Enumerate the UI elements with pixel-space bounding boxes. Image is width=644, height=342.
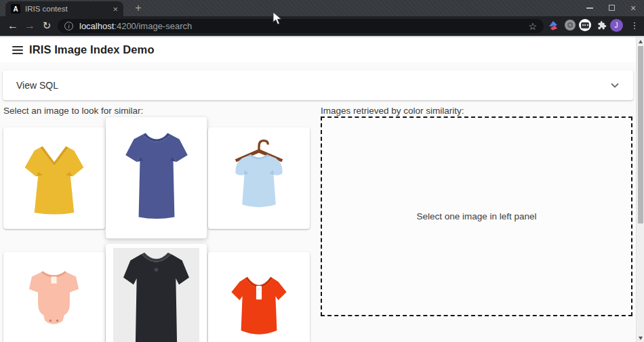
window-controls: × — [579, 0, 644, 16]
url-host: localhost — [79, 21, 114, 31]
product-card-black-tshirt[interactable] — [106, 244, 207, 342]
product-image-navy-tshirt — [115, 126, 198, 230]
circle-icon — [565, 20, 576, 30]
address-bar[interactable]: i localhost:4200/image-search ☆ — [58, 19, 544, 33]
product-image-lightblue-blouse — [219, 136, 299, 220]
extensions-puzzle-icon[interactable] — [595, 18, 608, 32]
scroll-up-button[interactable] — [637, 37, 644, 45]
chevron-down-icon — [610, 83, 620, 89]
triangle-up-icon — [639, 40, 643, 43]
page-title: IRIS Image Index Demo — [29, 43, 155, 56]
ellipsis-badge-icon — [579, 19, 591, 31]
tab-strip: A IRIS contest × + × — [0, 0, 644, 16]
triangle-down-icon — [639, 337, 643, 340]
triangles-logo-icon — [548, 20, 559, 30]
close-icon: × — [630, 3, 636, 13]
hanger-hook — [259, 141, 268, 150]
angular-favicon-icon: A — [11, 4, 20, 14]
colorful-extension-icon[interactable] — [546, 18, 560, 32]
new-tab-button[interactable]: + — [130, 0, 146, 16]
browser-window: A IRIS contest × + × ← → ↻ i localhost:4… — [0, 0, 644, 342]
profile-avatar[interactable]: J — [609, 18, 623, 32]
product-card-peach-onesie[interactable] — [3, 252, 105, 342]
right-panel-label: Images retrieved by color similarity: — [321, 106, 464, 116]
url-text: localhost:4200/image-search — [79, 21, 522, 31]
product-card-yellow-vneck-tee[interactable] — [3, 127, 105, 229]
product-image-yellow-vneck-tee — [16, 139, 92, 217]
product-card-lightblue-blouse[interactable] — [208, 127, 310, 229]
product-card-navy-tshirt[interactable] — [106, 117, 207, 238]
avatar-initial: J — [610, 19, 623, 32]
menu-hamburger-button[interactable] — [12, 46, 23, 54]
app-header: IRIS Image Index Demo — [0, 37, 644, 62]
maximize-button[interactable] — [601, 0, 622, 16]
maximize-icon — [609, 5, 615, 11]
back-button[interactable]: ← — [5, 18, 21, 34]
gray-circle-extension-icon[interactable] — [563, 18, 577, 32]
dots-extension-icon[interactable] — [578, 18, 592, 32]
product-image-black-tshirt — [113, 248, 199, 342]
scrollbar-thumb[interactable] — [638, 46, 643, 223]
browser-menu-button[interactable]: ⋮ — [628, 18, 641, 32]
view-sql-expansion-panel[interactable]: View SQL — [3, 70, 633, 100]
results-dropzone: Select one image in left panel — [321, 116, 632, 316]
url-path: :4200/image-search — [114, 21, 192, 31]
bookmark-star-icon[interactable]: ☆ — [528, 22, 537, 31]
minimize-icon — [586, 7, 593, 9]
minimize-button[interactable] — [579, 0, 601, 16]
forward-button[interactable]: → — [22, 18, 38, 34]
tab-title: IRIS contest — [25, 5, 108, 13]
page-scrollbar[interactable] — [636, 37, 644, 342]
left-panel-label: Select an image to look for similar: — [3, 106, 143, 116]
kebab-menu-icon: ⋮ — [630, 20, 639, 30]
refresh-button[interactable]: ↻ — [39, 18, 55, 34]
product-image-peach-onesie — [14, 260, 94, 342]
puzzle-icon — [597, 20, 607, 30]
mouse-cursor-icon — [273, 12, 282, 25]
garment-tag — [256, 286, 262, 299]
scroll-down-button[interactable] — [637, 334, 644, 342]
close-button[interactable]: × — [622, 0, 644, 16]
product-card-orange-crop-top[interactable] — [208, 252, 310, 342]
browser-tab[interactable]: A IRIS contest × — [5, 1, 123, 16]
site-info-icon[interactable]: i — [64, 22, 73, 30]
tab-close-icon[interactable]: × — [113, 5, 118, 14]
view-sql-label: View SQL — [16, 80, 610, 91]
results-placeholder: Select one image in left panel — [416, 211, 536, 221]
product-image-orange-crop-top — [218, 267, 300, 342]
